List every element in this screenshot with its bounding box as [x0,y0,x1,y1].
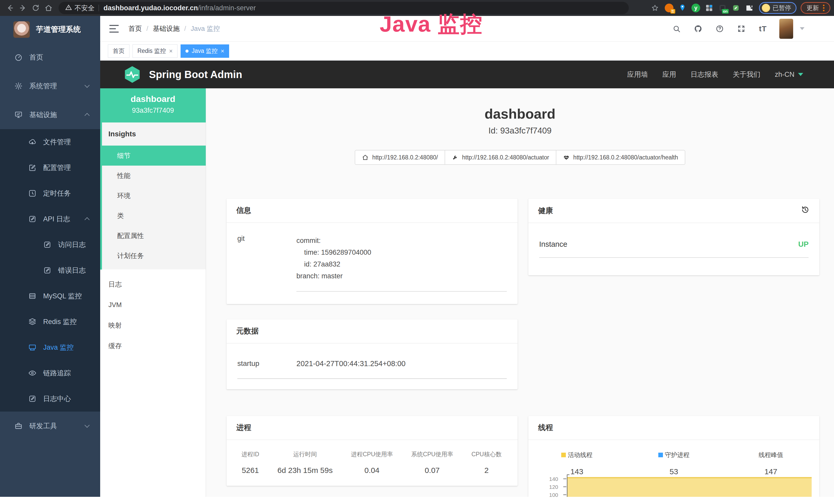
help-icon[interactable] [714,23,725,35]
card-title: 健康 [538,206,553,216]
tags-bar: 首页 Redis 监控 × Java 监控 × [100,42,834,61]
extension-green-icon[interactable] [730,2,742,14]
sba-menu-caches[interactable]: 缓存 [100,336,206,356]
url-host: dashboard.yudao.iocoder.cn [104,4,198,12]
git-branch: branch: master [297,270,507,282]
sba-menu-jvm[interactable]: JVM [100,295,206,315]
sidebar-item-dev-tools[interactable]: 研发工具 [0,412,100,440]
gear-icon [14,82,23,90]
bookmark-star-icon[interactable] [649,2,661,15]
layers-icon [28,318,37,326]
screen: 不安全 dashboard.yudao.iocoder.cn/infra/adm… [0,0,834,504]
sba-nav-about[interactable]: 关于我们 [732,70,760,79]
sidebar-item-error-logs[interactable]: 错误日志 [0,257,100,283]
app-logo-row[interactable]: 芋道管理系统 [0,16,100,43]
extension-orange-icon[interactable]: ⚿ [663,2,675,14]
endpoint-root-button[interactable]: http://192.168.0.2:48080/ [355,150,445,165]
reload-icon[interactable] [29,2,42,15]
nav-sidebar: 芋道管理系统 首页 系统管理 基础设施 文件管理 配置管理 [0,16,100,497]
chevron-down-icon [798,73,803,76]
sidebar-item-log-center[interactable]: 日志中心 [0,386,100,412]
user-avatar[interactable] [779,19,793,39]
extension-y-icon[interactable]: y [690,2,701,14]
forward-icon[interactable] [17,2,29,15]
edit-icon [28,164,37,172]
sidebar-item-scheduled-tasks[interactable]: 定时任务 [0,181,100,206]
hamburger-icon[interactable] [109,25,119,32]
back-icon[interactable] [4,2,17,15]
sidebar-item-api-logs[interactable]: API 日志 [0,206,100,232]
browser-menu-icon[interactable] [823,5,825,11]
process-stats-row: 进程ID 5261 运行时间 6d 23h 15m 59s 进程CPU使用率 0… [226,440,518,475]
heartbeat-icon [563,154,570,161]
card-title: 信息 [236,205,251,216]
active-threads-area [567,477,812,497]
sba-menu-mappings[interactable]: 映射 [100,315,206,336]
endpoint-actuator-button[interactable]: http://192.168.0.2:48080/actuator [445,150,556,165]
legend-swatch-active [561,453,566,457]
sba-brand-title: Spring Boot Admin [149,69,242,81]
browser-update-button[interactable]: 更新 [800,2,830,14]
sba-main: dashboard Id: 93a3fc7f7409 http://192.16… [206,88,834,497]
stat-label: 运行时间 [278,450,333,458]
log-edit-icon [28,395,37,403]
home-icon[interactable] [42,2,55,15]
stat-value: 0.07 [411,466,453,475]
info-value: commit: time: 1596289704000 id: 27aa832 … [297,235,507,292]
tab-java-monitor[interactable]: Java 监控 × [180,44,229,58]
history-icon[interactable] [801,205,810,216]
close-icon[interactable]: × [221,47,224,55]
profile-paused-chip[interactable]: 已暂停 [759,2,796,14]
log-edit-icon [43,240,51,249]
tab-redis-monitor[interactable]: Redis 监控 × [133,44,177,58]
sidebar-item-access-logs[interactable]: 访问日志 [0,232,100,257]
sidebar-item-mysql-monitor[interactable]: MySQL 监控 [0,283,100,309]
tab-home[interactable]: 首页 [108,44,129,58]
sidebar-item-system[interactable]: 系统管理 [0,72,100,100]
app-logo [13,21,30,38]
sba-menu-logs[interactable]: 日志 [100,274,206,295]
threads-stat: 线程峰值 147 [722,451,819,476]
info-card-header: 信息 [226,199,518,223]
breadcrumb-infrastructure[interactable]: 基础设施 [153,24,179,33]
cloud-upload-icon [28,138,37,146]
tick-mark [563,479,566,479]
sidebar-item-file-management[interactable]: 文件管理 [0,129,100,155]
sidebar-item-config-management[interactable]: 配置管理 [0,155,100,181]
sba-menu-config-props[interactable]: 配置属性 [100,226,206,246]
endpoint-health-button[interactable]: http://192.168.0.2:48080/actuator/health [556,150,685,165]
sba-nav-journal[interactable]: 日志报表 [690,70,718,79]
sba-nav-wallboard[interactable]: 应用墙 [627,70,648,79]
extension-pin-icon[interactable] [677,2,688,14]
breadcrumb-home[interactable]: 首页 [128,24,142,33]
address-bar[interactable]: 不安全 dashboard.yudao.iocoder.cn/infra/adm… [59,2,629,14]
close-icon[interactable]: × [169,47,173,55]
search-icon[interactable] [671,23,682,35]
sba-menu-details[interactable]: 细节 [100,145,206,166]
sba-language-select[interactable]: zh-CN [775,71,803,78]
extension-tampermonkey-icon[interactable]: on [717,2,728,14]
tick-mark [563,486,566,487]
sidebar-item-redis-monitor[interactable]: Redis 监控 [0,309,100,335]
threads-card-header: 线程 [528,416,819,440]
url-path: /infra/admin-server [198,4,256,12]
sidebar-item-infrastructure[interactable]: 基础设施 [0,100,100,129]
user-menu-caret-icon[interactable] [800,27,805,30]
sba-menu-environment[interactable]: 环境 [100,186,206,206]
chevron-down-icon [85,83,90,88]
sidebar-item-trace[interactable]: 链路追踪 [0,360,100,386]
font-size-icon[interactable]: tT [757,23,768,35]
fullscreen-icon[interactable] [736,23,747,35]
sba-nav-applications[interactable]: 应用 [662,70,676,79]
extensions-puzzle-icon[interactable] [744,2,755,14]
sba-menu-scheduled-tasks[interactable]: 计划任务 [100,246,206,266]
github-icon[interactable] [693,23,704,35]
sba-menu-classes[interactable]: 类 [100,206,206,226]
extension-grid-icon[interactable] [704,2,715,14]
sba-menu-metrics[interactable]: 性能 [100,166,206,186]
y-tick: 100 [528,492,558,497]
eye-icon [28,369,37,377]
git-info-row: git commit: time: 1596289704000 id: 27aa… [226,223,518,292]
sidebar-item-java-monitor[interactable]: Java 监控 [0,335,100,360]
sidebar-item-home[interactable]: 首页 [0,43,100,72]
